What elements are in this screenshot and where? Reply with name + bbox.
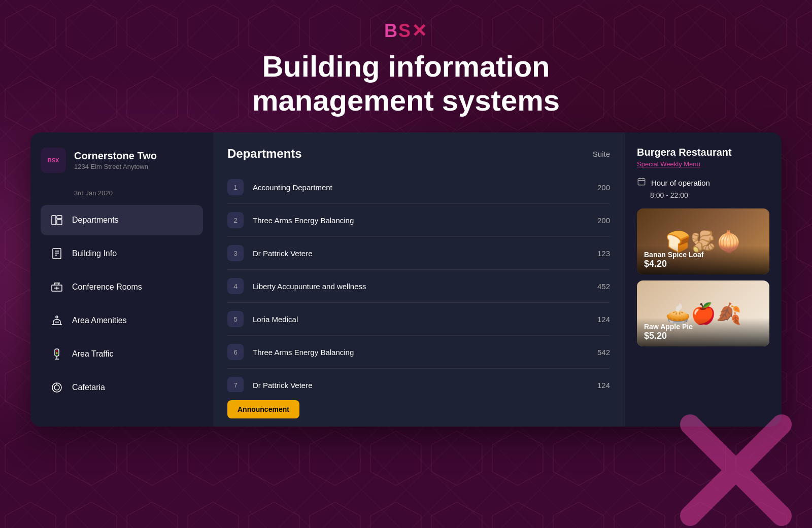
dept-name-2: Three Arms Energy Balancing	[253, 216, 597, 225]
svg-point-23	[54, 385, 59, 390]
departments-title: Departments	[227, 147, 302, 161]
suite-column-header: Suite	[593, 150, 610, 158]
departments-icon	[50, 213, 64, 227]
sidebar-item-building-info[interactable]: Building Info	[41, 238, 203, 269]
dept-row-3[interactable]: 3 Dr Pattrick Vetere 123	[227, 237, 610, 270]
cafetaria-icon	[50, 380, 64, 395]
dept-row-1[interactable]: 1 Accounting Department 200	[227, 171, 610, 204]
dept-row-4[interactable]: 4 Liberty Accupunture and wellness 452	[227, 270, 610, 303]
food-price-2: $5.20	[644, 331, 762, 341]
dept-suite-4: 452	[597, 282, 610, 291]
dept-num-5: 5	[227, 311, 244, 327]
dept-suite-3: 123	[597, 249, 610, 258]
building-info: Cornerstone Two 1234 Elm Street Anytown	[74, 150, 157, 170]
sidebar-label-departments: Departments	[72, 216, 119, 225]
hours-label: Hour of operation	[651, 179, 710, 187]
announcement-bar: Announcement	[227, 392, 610, 427]
conference-rooms-icon	[50, 280, 64, 294]
dept-name-7: Dr Pattrick Vetere	[253, 381, 597, 390]
food-card-2[interactable]: 🥧🍎🍂 Raw Apple Pie $5.20	[637, 280, 769, 346]
dept-num-7: 7	[227, 377, 244, 392]
special-menu-link[interactable]: Special Weekly Menu	[637, 160, 769, 168]
dept-num-2: 2	[227, 212, 244, 228]
dept-row-2[interactable]: 2 Three Arms Energy Balancing 200	[227, 204, 610, 237]
building-logo: BSX	[41, 148, 66, 173]
sidebar-item-departments[interactable]: Departments	[41, 205, 203, 235]
building-address: 1234 Elm Street Anytown	[74, 163, 157, 170]
sidebar-label-building-info: Building Info	[72, 249, 117, 258]
svg-rect-2	[57, 220, 62, 225]
departments-panel: Departments Suite 1 Accounting Departmen…	[213, 132, 624, 427]
building-name: Cornerstone Two	[74, 150, 157, 162]
sidebar: BSX Cornerstone Two 1234 Elm Street Anyt…	[30, 132, 213, 427]
dept-suite-5: 124	[597, 315, 610, 324]
svg-point-17	[56, 350, 58, 352]
hours-value: 8:00 - 22:00	[650, 191, 769, 199]
calendar-icon	[637, 177, 646, 188]
sidebar-label-area-amenities: Area Amenities	[72, 316, 127, 325]
building-date: 3rd Jan 2020	[74, 189, 203, 197]
dept-name-3: Dr Pattrick Vetere	[253, 249, 597, 258]
bsx-logo: BS✕	[0, 20, 812, 42]
area-amenities-icon	[50, 313, 64, 328]
svg-rect-0	[52, 216, 56, 225]
dept-name-6: Three Arms Energy Balancing	[253, 348, 597, 357]
svg-rect-3	[53, 249, 61, 259]
food-name-2: Raw Apple Pie	[644, 323, 762, 331]
food-card-1[interactable]: 🍞🫚🧅 Banan Spice Loaf $4.20	[637, 208, 769, 274]
sidebar-label-conference-rooms: Conference Rooms	[72, 283, 142, 292]
dept-suite-1: 200	[597, 183, 610, 192]
svg-point-13	[56, 316, 58, 318]
sidebar-item-area-traffic[interactable]: Area Traffic	[41, 339, 203, 369]
sidebar-label-area-traffic: Area Traffic	[72, 349, 114, 359]
svg-point-18	[56, 353, 58, 354]
announcement-button[interactable]: Announcement	[227, 400, 299, 418]
dept-num-6: 6	[227, 344, 244, 360]
area-traffic-icon	[50, 347, 64, 361]
dept-name-4: Liberty Accupunture and wellness	[253, 282, 597, 291]
food-overlay-1: Banan Spice Loaf $4.20	[637, 245, 769, 274]
building-header: BSX Cornerstone Two 1234 Elm Street Anyt…	[41, 148, 203, 173]
food-name-1: Banan Spice Loaf	[644, 251, 762, 259]
departments-header: Departments Suite	[227, 147, 610, 161]
sidebar-item-cafetaria[interactable]: Cafetaria	[41, 372, 203, 403]
dept-num-4: 4	[227, 278, 244, 294]
dept-num-3: 3	[227, 245, 244, 261]
building-logo-text: BSX	[48, 157, 59, 163]
dept-suite-6: 542	[597, 348, 610, 357]
dept-row-6[interactable]: 6 Three Arms Energy Balancing 542	[227, 336, 610, 369]
dept-row-7[interactable]: 7 Dr Pattrick Vetere 124	[227, 369, 610, 392]
dept-row-5[interactable]: 5 Loria Medical 124	[227, 303, 610, 336]
dept-name-5: Loria Medical	[253, 315, 597, 324]
building-info-icon	[50, 247, 64, 261]
svg-rect-1	[57, 216, 62, 219]
food-price-1: $4.20	[644, 259, 762, 269]
sidebar-item-area-amenities[interactable]: Area Amenities	[41, 305, 203, 336]
sidebar-label-cafetaria: Cafetaria	[72, 383, 105, 392]
dept-name-1: Accounting Department	[253, 183, 597, 192]
app-container: BSX Cornerstone Two 1234 Elm Street Anyt…	[30, 132, 782, 427]
hours-section: Hour of operation	[637, 177, 769, 188]
main-title: Building information management systems	[0, 50, 812, 117]
dept-suite-7: 124	[597, 381, 610, 390]
departments-list: 1 Accounting Department 200 2 Three Arms…	[227, 171, 610, 392]
sidebar-item-conference-rooms[interactable]: Conference Rooms	[41, 272, 203, 302]
food-overlay-2: Raw Apple Pie $5.20	[637, 318, 769, 346]
dept-suite-2: 200	[597, 216, 610, 225]
restaurant-panel: Burgera Restaurant Special Weekly Menu H…	[624, 132, 782, 427]
dept-num-1: 1	[227, 179, 244, 195]
restaurant-name: Burgera Restaurant	[637, 147, 769, 158]
svg-point-19	[56, 355, 58, 356]
svg-rect-25	[638, 179, 645, 185]
